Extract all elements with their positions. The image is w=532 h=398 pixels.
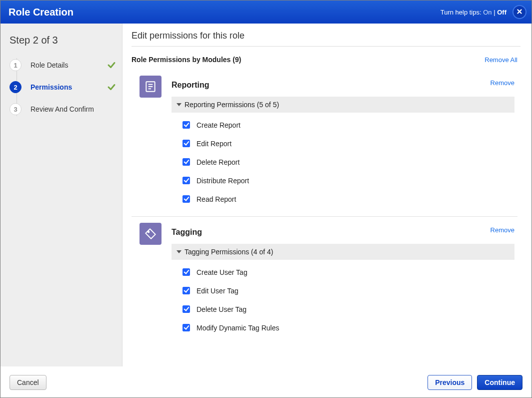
check-icon — [107, 83, 116, 92]
modules-container: ReportingRemoveReporting Permissions (5 … — [132, 70, 520, 366]
wizard-step[interactable]: 2Permissions — [10, 76, 116, 98]
footer-bar: Cancel Previous Continue — [0, 366, 532, 397]
permission-row: Delete User Tag — [180, 300, 514, 318]
module-remove-link[interactable]: Remove — [490, 226, 514, 234]
permission-group-label: Tagging Permissions (4 of 4) — [184, 248, 273, 256]
permission-items: Create User TagEdit User TagDelete User … — [172, 260, 514, 337]
step-number: 3 — [10, 103, 22, 115]
close-icon — [516, 8, 523, 17]
help-tips-on[interactable]: On — [483, 9, 492, 16]
wizard-step[interactable]: 1Role Details — [10, 54, 116, 76]
step-label: Review And Confirm — [30, 105, 116, 113]
module-title-row: ReportingRemove — [172, 76, 514, 90]
header-bar: Role Creation Turn help tips: On | Off — [0, 1, 532, 24]
main-panel: Edit permissions for this role Role Perm… — [122, 24, 532, 366]
permission-label: Edit Report — [196, 140, 232, 148]
help-tips-label: Turn help tips: — [440, 9, 482, 16]
step-label: Permissions — [30, 83, 98, 91]
help-tips-toggle: Turn help tips: On | Off — [440, 9, 506, 16]
tag-icon — [140, 223, 162, 245]
step-list: 1Role Details2Permissions3Review And Con… — [10, 54, 116, 120]
permission-row: Create Report — [180, 116, 514, 134]
body: Step 2 of 3 1Role Details2Permissions3Re… — [0, 24, 532, 366]
permission-row: Distribute Report — [180, 171, 514, 190]
check-icon — [107, 61, 116, 70]
permission-row: Read Report — [180, 190, 514, 208]
permission-checkbox[interactable] — [182, 140, 190, 147]
help-tips-sep: | — [494, 9, 495, 16]
svg-point-4 — [148, 231, 150, 233]
permission-group-heading[interactable]: Reporting Permissions (5 of 5) — [172, 97, 514, 113]
dialog-title: Role Creation — [8, 7, 74, 18]
wizard-sidebar: Step 2 of 3 1Role Details2Permissions3Re… — [0, 24, 122, 366]
permission-label: Create Report — [196, 121, 240, 129]
footer-right: Previous Continue — [428, 375, 522, 390]
permissions-header: Role Permissions by Modules (9) Remove A… — [132, 56, 520, 64]
permission-checkbox[interactable] — [182, 268, 190, 276]
permission-label: Modify Dynamic Tag Rules — [196, 324, 279, 332]
module-remove-link[interactable]: Remove — [490, 79, 514, 87]
module-main: TaggingRemoveTagging Permissions (4 of 4… — [172, 223, 514, 337]
permission-checkbox[interactable] — [182, 324, 190, 331]
wizard-step[interactable]: 3Review And Confirm — [10, 98, 116, 120]
collapse-icon — [176, 103, 182, 106]
dialog-frame: Role Creation Turn help tips: On | Off S… — [0, 0, 532, 398]
report-icon — [140, 76, 162, 98]
module-head: TaggingRemoveTagging Permissions (4 of 4… — [132, 223, 518, 337]
remove-all-link[interactable]: Remove All — [484, 56, 518, 64]
permission-checkbox[interactable] — [182, 158, 190, 166]
step-number: 1 — [10, 59, 22, 71]
permission-checkbox[interactable] — [182, 121, 190, 129]
cancel-button[interactable]: Cancel — [10, 375, 46, 390]
permission-label: Create User Tag — [196, 268, 248, 276]
permission-checkbox[interactable] — [182, 177, 190, 184]
module-title: Tagging — [172, 223, 202, 237]
module-title: Reporting — [172, 76, 210, 90]
permission-module: TaggingRemoveTagging Permissions (4 of 4… — [132, 217, 518, 345]
step-label: Role Details — [30, 61, 98, 69]
module-main: ReportingRemoveReporting Permissions (5 … — [172, 76, 514, 208]
continue-button[interactable]: Continue — [477, 375, 522, 390]
permission-group: Reporting Permissions (5 of 5)Create Rep… — [172, 97, 514, 208]
permission-module: ReportingRemoveReporting Permissions (5 … — [132, 70, 518, 217]
permission-label: Read Report — [196, 195, 236, 203]
permission-label: Delete Report — [196, 158, 240, 166]
permission-label: Delete User Tag — [196, 305, 246, 313]
step-heading: Step 2 of 3 — [10, 35, 116, 46]
permission-row: Edit Report — [180, 134, 514, 153]
permission-group: Tagging Permissions (4 of 4)Create User … — [172, 244, 514, 337]
permission-row: Delete Report — [180, 153, 514, 171]
main-title: Edit permissions for this role — [132, 31, 520, 47]
module-head: ReportingRemoveReporting Permissions (5 … — [132, 76, 518, 208]
header-right: Turn help tips: On | Off — [440, 5, 526, 19]
permission-row: Modify Dynamic Tag Rules — [180, 318, 514, 337]
help-tips-off[interactable]: Off — [497, 9, 506, 16]
permission-checkbox[interactable] — [182, 305, 190, 313]
permission-label: Edit User Tag — [196, 287, 238, 295]
permission-row: Create User Tag — [180, 263, 514, 281]
permission-row: Edit User Tag — [180, 281, 514, 300]
previous-button[interactable]: Previous — [428, 375, 472, 390]
permission-checkbox[interactable] — [182, 195, 190, 203]
step-number: 2 — [10, 81, 22, 93]
collapse-icon — [176, 250, 182, 253]
permission-label: Distribute Report — [196, 177, 249, 185]
permission-group-label: Reporting Permissions (5 of 5) — [184, 101, 279, 109]
permission-items: Create ReportEdit ReportDelete ReportDis… — [172, 113, 514, 208]
permissions-count-label: Role Permissions by Modules (9) — [132, 56, 241, 64]
permission-group-heading[interactable]: Tagging Permissions (4 of 4) — [172, 244, 514, 260]
module-title-row: TaggingRemove — [172, 223, 514, 237]
permission-checkbox[interactable] — [182, 287, 190, 294]
close-button[interactable] — [512, 5, 526, 19]
